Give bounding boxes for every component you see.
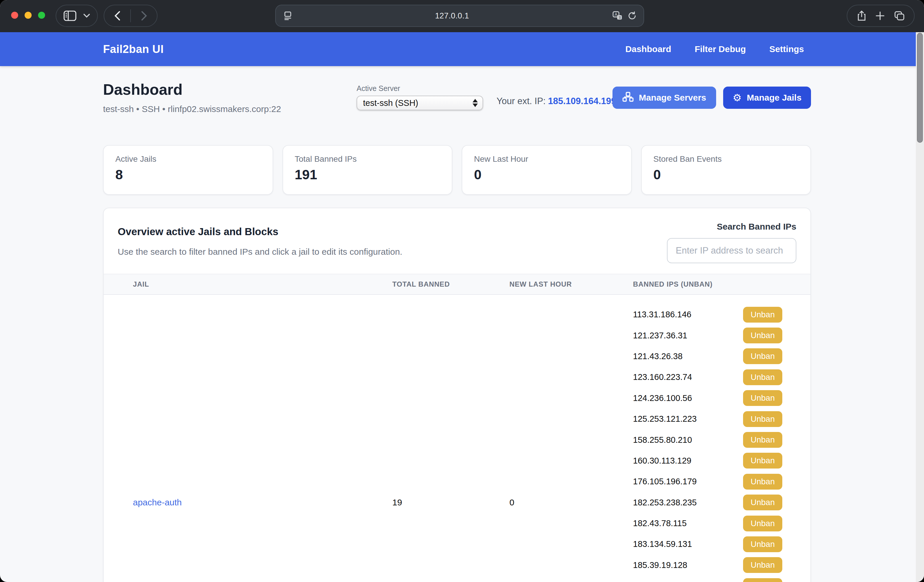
unban-button[interactable]: Unban	[743, 578, 782, 582]
share-icon[interactable]	[857, 10, 866, 21]
translate-icon[interactable]: A 文	[612, 11, 622, 20]
unban-button[interactable]: Unban	[743, 516, 782, 531]
unban-button[interactable]: Unban	[743, 327, 782, 344]
select-stepper-icon	[472, 99, 479, 107]
search-banned-ips-input[interactable]	[667, 238, 796, 263]
page-subtitle: test-ssh • SSH • rlinfp02.swissmakers.co…	[103, 104, 281, 114]
active-server-label: Active Server	[356, 84, 483, 93]
manage-servers-label: Manage Servers	[639, 93, 706, 103]
history-nav	[104, 5, 157, 27]
banned-ip-row: 123.160.223.74 Unban	[633, 367, 782, 388]
sidebar-icon	[64, 10, 76, 21]
banned-ip-row: 176.105.196.179 Unban	[633, 471, 782, 492]
toolbar-actions	[847, 5, 915, 27]
unban-button[interactable]: Unban	[743, 349, 782, 364]
column-header-new-last-hour: NEW LAST HOUR	[510, 280, 633, 288]
banned-ip-row: 183.134.59.131 Unban	[633, 534, 782, 554]
unban-button[interactable]: Unban	[743, 307, 782, 322]
table-row: apache-auth 19 0 113.31.186.146 Unban	[104, 295, 810, 582]
active-server-select[interactable]: test-ssh (SSH)	[356, 95, 483, 110]
scrollbar-thumb[interactable]	[917, 33, 923, 143]
manage-jails-button[interactable]: ⚙ Manage Jails	[723, 87, 811, 109]
new-tab-icon[interactable]	[876, 12, 884, 20]
stat-card-new-last-hour: New Last Hour 0	[462, 145, 632, 195]
banned-ips-cell: 113.31.186.146 Unban 121.237.36.31 Unban…	[633, 295, 810, 582]
scrollbar-track[interactable]	[916, 32, 924, 582]
sitemap-icon	[622, 92, 634, 104]
app-brand[interactable]: Fail2ban UI	[103, 43, 164, 56]
url-text[interactable]: 127.0.0.1	[292, 12, 612, 20]
overview-card: Overview active Jails and Blocks Use the…	[103, 208, 811, 582]
unban-button[interactable]: Unban	[743, 411, 782, 427]
nav-link-settings[interactable]: Settings	[769, 44, 804, 54]
gear-icon: ⚙	[733, 93, 741, 103]
stat-value: 8	[116, 167, 261, 182]
forward-icon[interactable]	[141, 11, 147, 21]
external-ip: Your ext. IP:185.109.164.199	[497, 96, 616, 107]
browser-window: 127.0.0.1 A 文	[0, 0, 924, 582]
banned-ip-address: 183.134.59.131	[633, 539, 743, 549]
reader-icon[interactable]	[284, 12, 292, 20]
address-bar[interactable]: 127.0.0.1 A 文	[275, 5, 644, 27]
banned-ip-address: 125.253.121.223	[633, 414, 743, 424]
unban-button[interactable]: Unban	[743, 495, 782, 510]
stat-value: 0	[474, 167, 619, 182]
external-ip-label: Your ext. IP:	[497, 96, 546, 106]
svg-text:文: 文	[618, 16, 622, 19]
banned-ip-address: 160.30.113.129	[633, 456, 743, 465]
banned-ip-address: 176.105.196.179	[633, 477, 743, 487]
banned-ip-address: 121.237.36.31	[633, 331, 743, 340]
reload-icon[interactable]	[628, 12, 637, 20]
divider	[130, 9, 131, 22]
unban-button[interactable]: Unban	[743, 557, 782, 573]
sidebar-toggle-button[interactable]	[56, 5, 98, 27]
banned-ip-address: 158.255.80.210	[633, 435, 743, 445]
stat-card-stored-ban-events: Stored Ban Events 0	[641, 145, 811, 195]
active-server-group: Active Server test-ssh (SSH)	[356, 84, 483, 110]
svg-text:A: A	[615, 12, 617, 16]
column-header-banned-ips: BANNED IPS (UNBAN)	[633, 280, 810, 288]
banned-ip-row: 121.237.36.31 Unban	[633, 325, 782, 346]
external-ip-value[interactable]: 185.109.164.199	[548, 96, 616, 106]
banned-ip-address: 182.253.238.235	[633, 498, 743, 507]
banned-ip-address: 185.39.19.128	[633, 561, 743, 570]
tabs-icon[interactable]	[894, 11, 904, 20]
nav-link-filter-debug[interactable]: Filter Debug	[695, 44, 746, 54]
banned-ip-address: 123.160.223.74	[633, 372, 743, 382]
close-window-icon[interactable]	[11, 12, 18, 19]
manage-jails-label: Manage Jails	[747, 93, 802, 103]
back-icon[interactable]	[114, 11, 120, 21]
page-header: Dashboard test-ssh • SSH • rlinfp02.swis…	[103, 83, 811, 128]
banned-ip-row: 185.39.19.128 Unban	[633, 555, 782, 575]
banned-ip-address: 124.236.100.56	[633, 393, 743, 403]
manage-servers-button[interactable]: Manage Servers	[612, 87, 716, 109]
banned-ip-row: 182.43.78.115 Unban	[633, 513, 782, 534]
search-banned-ips-label: Search Banned IPs	[717, 222, 796, 232]
stat-label: Stored Ban Events	[653, 155, 799, 164]
stat-value: 0	[653, 167, 799, 182]
zoom-window-icon[interactable]	[38, 12, 45, 19]
banned-ip-row: 220.181.51.116 Unban	[633, 575, 782, 582]
nav-links: Dashboard Filter Debug Settings	[625, 44, 811, 54]
stat-card-total-banned: Total Banned IPs 191	[282, 145, 453, 195]
overview-subtitle: Use the search to filter banned IPs and …	[118, 247, 402, 257]
banned-ip-address: 121.43.26.38	[633, 352, 743, 361]
nav-link-dashboard[interactable]: Dashboard	[625, 44, 672, 54]
unban-button[interactable]: Unban	[743, 369, 782, 385]
total-banned-cell: 19	[392, 295, 510, 582]
jail-link[interactable]: apache-auth	[133, 498, 182, 507]
unban-button[interactable]: Unban	[743, 474, 782, 490]
table-header-row: JAIL TOTAL BANNED NEW LAST HOUR BANNED I…	[104, 274, 810, 295]
minimize-window-icon[interactable]	[25, 12, 31, 19]
unban-button[interactable]: Unban	[743, 536, 782, 552]
stat-card-active-jails: Active Jails 8	[103, 145, 273, 195]
overview-title: Overview active Jails and Blocks	[118, 226, 279, 237]
banned-ip-row: 160.30.113.129 Unban	[633, 450, 782, 471]
unban-button[interactable]: Unban	[743, 432, 782, 448]
stat-value: 191	[295, 167, 441, 182]
banned-ip-address: 113.31.186.146	[633, 310, 743, 319]
unban-button[interactable]: Unban	[743, 453, 782, 469]
traffic-lights	[11, 12, 45, 19]
banned-ip-row: 124.236.100.56 Unban	[633, 388, 782, 409]
unban-button[interactable]: Unban	[743, 390, 782, 406]
